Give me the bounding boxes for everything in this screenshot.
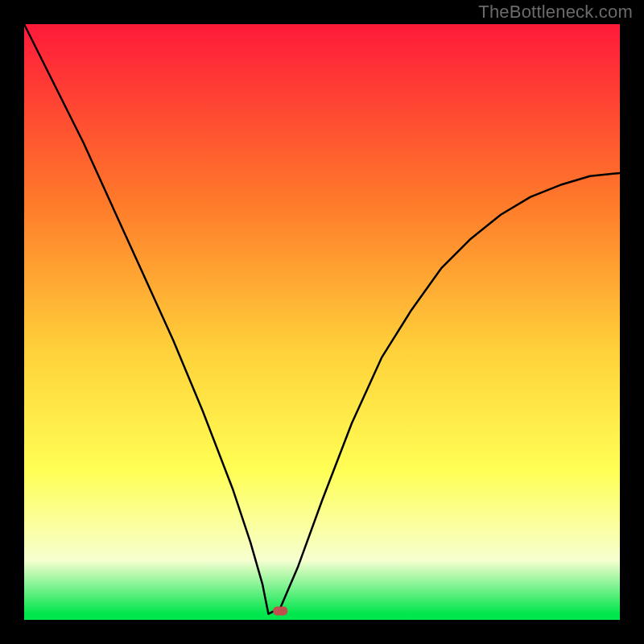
- plot-background: [24, 24, 620, 620]
- optimum-marker: [273, 606, 287, 615]
- watermark-text: TheBottleneck.com: [478, 2, 633, 23]
- chart-stage: TheBottleneck.com: [0, 0, 644, 644]
- chart-svg: [0, 0, 644, 644]
